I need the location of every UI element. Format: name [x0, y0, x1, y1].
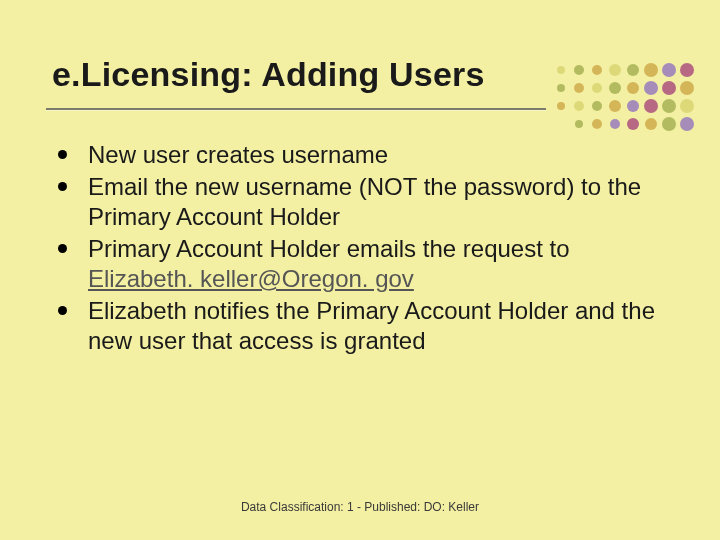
- bullet-item: Elizabeth notifies the Primary Account H…: [52, 296, 660, 356]
- svg-point-22: [662, 99, 676, 113]
- svg-point-24: [575, 120, 583, 128]
- bullet-text: Elizabeth notifies the Primary Account H…: [88, 297, 655, 354]
- contact-email-link[interactable]: Elizabeth. keller@Oregon. gov: [88, 265, 414, 292]
- bullet-item: New user creates username: [52, 140, 660, 170]
- slide-body: New user creates username Email the new …: [52, 140, 660, 358]
- bullet-item: Email the new username (NOT the password…: [52, 172, 660, 232]
- svg-point-26: [610, 119, 620, 129]
- svg-point-19: [609, 100, 621, 112]
- svg-point-7: [680, 63, 694, 77]
- svg-point-13: [644, 81, 658, 95]
- svg-point-6: [662, 63, 676, 77]
- svg-point-11: [609, 82, 621, 94]
- bullet-text: New user creates username: [88, 141, 388, 168]
- svg-point-16: [557, 102, 565, 110]
- svg-point-30: [680, 117, 694, 131]
- svg-point-29: [662, 117, 676, 131]
- bullet-text: Email the new username (NOT the password…: [88, 173, 641, 230]
- svg-point-2: [592, 65, 602, 75]
- svg-point-15: [680, 81, 694, 95]
- svg-point-27: [627, 118, 639, 130]
- slide-title: e.Licensing: Adding Users: [52, 56, 580, 93]
- svg-point-23: [680, 99, 694, 113]
- bullet-item: Primary Account Holder emails the reques…: [52, 234, 660, 294]
- slide-footer: Data Classification: 1 - Published: DO: …: [0, 500, 720, 514]
- bullet-text: Primary Account Holder emails the reques…: [88, 235, 570, 262]
- svg-point-12: [627, 82, 639, 94]
- svg-point-3: [609, 64, 621, 76]
- svg-point-14: [662, 81, 676, 95]
- slide: e.Licensing: Adding Users New user creat…: [0, 0, 720, 540]
- svg-point-18: [592, 101, 602, 111]
- svg-point-21: [644, 99, 658, 113]
- svg-point-4: [627, 64, 639, 76]
- svg-point-5: [644, 63, 658, 77]
- title-underline: [46, 108, 546, 110]
- svg-point-10: [592, 83, 602, 93]
- svg-point-28: [645, 118, 657, 130]
- svg-point-20: [627, 100, 639, 112]
- svg-point-25: [592, 119, 602, 129]
- svg-point-17: [574, 101, 584, 111]
